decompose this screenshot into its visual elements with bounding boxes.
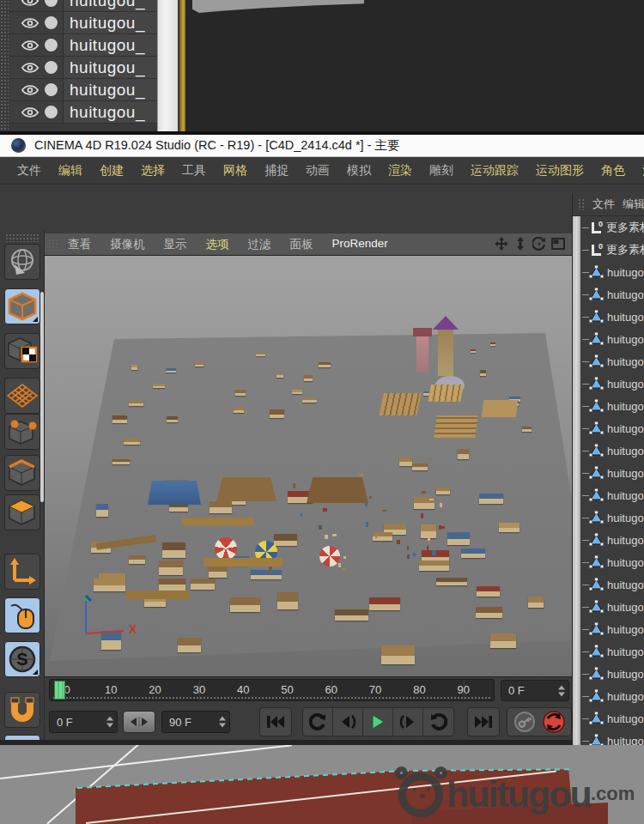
viewport-menu-6[interactable]: 面板	[281, 237, 323, 252]
menu-15[interactable]: 流水线	[634, 163, 644, 179]
viewport-solo-button[interactable]	[4, 597, 40, 633]
menu-6[interactable]: 网格	[215, 163, 256, 179]
polygon-object-row[interactable]: huitugou_	[582, 596, 644, 618]
polygon-object-row[interactable]: huitugou_	[582, 484, 644, 506]
menu-12[interactable]: 运动跟踪	[462, 163, 527, 179]
next-frame-button[interactable]	[393, 708, 423, 736]
object-list-row[interactable]: huitugou_	[9, 12, 157, 34]
polygons-mode-button[interactable]	[4, 494, 40, 530]
state-dot-icon[interactable]	[45, 16, 58, 29]
menu-11[interactable]: 雕刻	[421, 163, 462, 179]
polygon-object-row[interactable]: huitugou_	[582, 439, 644, 462]
record-keyframe-button[interactable]	[543, 711, 565, 733]
polygon-object-row[interactable]: huitugou_	[582, 707, 644, 730]
polygon-object-row[interactable]: huitugou_	[582, 350, 644, 373]
polygon-object-row[interactable]: huitugou_	[582, 283, 644, 306]
menu-8[interactable]: 动画	[297, 163, 338, 179]
polygon-object-row[interactable]: huitugou_	[582, 395, 644, 417]
state-dot-icon[interactable]	[45, 83, 58, 96]
state-dot-icon[interactable]	[45, 39, 58, 52]
polygon-object-row[interactable]: huitugou_	[582, 730, 644, 745]
model-mode-button[interactable]	[4, 288, 40, 324]
panel-grip[interactable]	[0, 0, 9, 131]
range-start-spinner[interactable]	[106, 717, 113, 728]
menu-5[interactable]: 工具	[173, 163, 215, 179]
menu-9[interactable]: 模拟	[338, 163, 380, 179]
range-end-field[interactable]: 90 F	[161, 711, 230, 733]
axis-mode-button[interactable]	[4, 554, 40, 590]
state-dot-icon[interactable]	[45, 0, 58, 7]
viewport-menu-3[interactable]: 显示	[155, 237, 197, 252]
range-nudge-buttons[interactable]	[123, 711, 155, 733]
menu-1[interactable]: 文件	[9, 163, 50, 179]
object-manager-menu-file[interactable]: 文件	[592, 197, 615, 212]
perspective-viewport[interactable]: X	[45, 256, 572, 676]
viewport-menu-7[interactable]: ProRender	[323, 237, 398, 252]
object-manager-grip[interactable]	[578, 198, 585, 210]
viewport-menu-5[interactable]: 过滤	[239, 237, 281, 252]
rotate-view-icon[interactable]	[532, 237, 546, 251]
menu-3[interactable]: 创建	[91, 163, 132, 179]
timeline-ruler[interactable]: 0102030405060708090	[49, 679, 495, 701]
palette-scrollbar[interactable]	[40, 292, 44, 502]
visibility-eye-icon[interactable]	[21, 39, 39, 52]
polygon-object-row[interactable]: huitugou_	[582, 551, 644, 573]
magnet-snapping-button[interactable]	[4, 692, 40, 728]
viewport-menu-2[interactable]: 摄像机	[100, 237, 155, 252]
polygon-object-row[interactable]: huitugou_	[582, 618, 644, 640]
state-dot-icon[interactable]	[45, 61, 58, 74]
make-editable-button[interactable]	[4, 244, 40, 280]
palette-grip[interactable]	[5, 233, 39, 242]
current-frame-field[interactable]: 0 F	[501, 680, 569, 701]
menu-10[interactable]: 渲染	[380, 163, 421, 179]
play-button[interactable]	[363, 708, 393, 736]
menu-13[interactable]: 运动图形	[527, 163, 592, 179]
edges-mode-button[interactable]	[4, 455, 40, 491]
viewport-grip[interactable]	[48, 239, 58, 251]
visibility-eye-icon[interactable]	[21, 16, 39, 30]
workplane-mode-button[interactable]	[4, 378, 40, 414]
polygon-object-row[interactable]: huitugou_	[582, 529, 644, 551]
frame-spinner[interactable]	[558, 685, 565, 696]
next-key-button[interactable]	[423, 708, 453, 736]
polygon-object-row[interactable]: huitugou_	[582, 328, 644, 350]
visibility-eye-icon[interactable]	[21, 61, 39, 75]
points-mode-button[interactable]	[4, 414, 40, 450]
menu-4[interactable]: 选择	[132, 163, 173, 179]
object-list-row[interactable]: huitugou_	[9, 0, 157, 12]
panel-splitter[interactable]	[573, 216, 580, 745]
previous-frame-button[interactable]	[333, 708, 363, 736]
state-dot-icon[interactable]	[45, 106, 58, 118]
polygon-object-row[interactable]: huitugou_	[582, 306, 644, 328]
visibility-eye-icon[interactable]	[21, 106, 39, 119]
playhead-marker[interactable]	[54, 681, 65, 700]
polygon-object-row[interactable]: huitugou_	[582, 640, 644, 663]
goto-start-button[interactable]	[259, 707, 292, 736]
null-object-row[interactable]: 0更多素材	[582, 239, 644, 261]
autokey-button[interactable]	[513, 711, 536, 733]
snap-s-button[interactable]: S	[4, 641, 40, 677]
polygon-object-row[interactable]: huitugou_	[582, 573, 644, 596]
object-list-row[interactable]: huitugou_	[9, 34, 157, 57]
polygon-object-row[interactable]: huitugou_	[582, 417, 644, 439]
viewport-menu-1[interactable]: 查看	[58, 237, 100, 252]
texture-mode-button[interactable]	[4, 333, 40, 369]
null-object-row[interactable]: 0更多素材	[582, 216, 644, 239]
zoom-view-icon[interactable]	[513, 237, 527, 251]
visibility-eye-icon[interactable]	[21, 0, 39, 8]
object-list-row[interactable]: huitugou_	[9, 101, 157, 124]
object-list-row[interactable]: huitugou_	[9, 79, 157, 101]
previous-key-button[interactable]	[303, 708, 333, 736]
visibility-eye-icon[interactable]	[21, 83, 39, 97]
polygon-object-row[interactable]: huitugou_	[582, 506, 644, 529]
goto-end-button[interactable]	[467, 707, 500, 736]
object-manager-menu-edit[interactable]: 编辑	[623, 197, 644, 212]
menu-14[interactable]: 角色	[592, 163, 634, 179]
menu-2[interactable]: 编辑	[50, 163, 91, 179]
polygon-object-row[interactable]: huitugou_	[582, 261, 644, 283]
polygon-object-row[interactable]: huitugou_	[582, 663, 644, 685]
object-list-scrollbar[interactable]	[157, 0, 178, 131]
pan-view-icon[interactable]	[495, 237, 508, 251]
range-start-field[interactable]: 0 F	[49, 711, 118, 733]
polygon-object-row[interactable]: huitugou_	[582, 373, 644, 395]
